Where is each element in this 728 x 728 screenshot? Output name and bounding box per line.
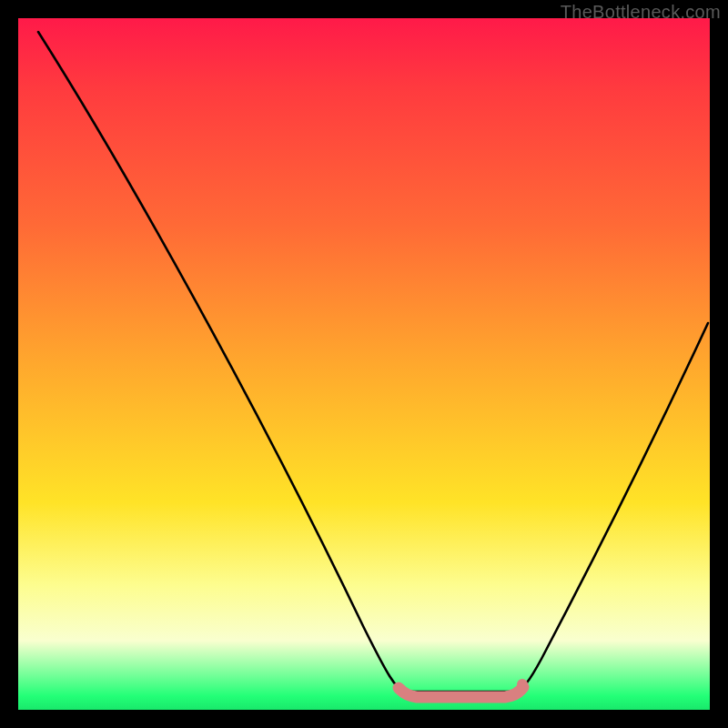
bottleneck-curve — [38, 32, 708, 692]
min-range-gap-dot — [517, 679, 528, 690]
chart-stage: TheBottleneck.com — [0, 0, 728, 728]
chart-svg — [18, 18, 710, 710]
plot-area — [18, 18, 710, 710]
min-range-marker — [399, 687, 523, 697]
